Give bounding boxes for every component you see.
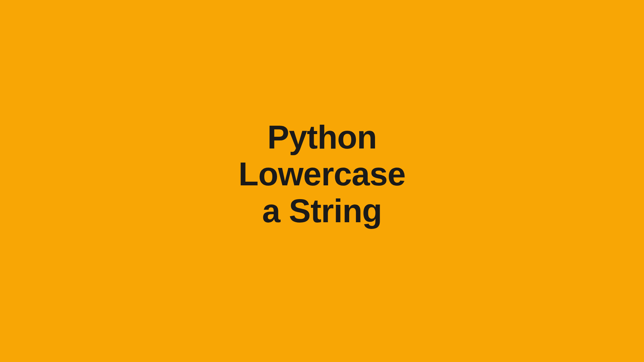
title-heading: Python Lowercase a String [238, 119, 406, 229]
title-line-1: Python [238, 119, 406, 156]
title-line-3: a String [238, 193, 406, 230]
title-line-2: Lowercase [238, 156, 406, 193]
